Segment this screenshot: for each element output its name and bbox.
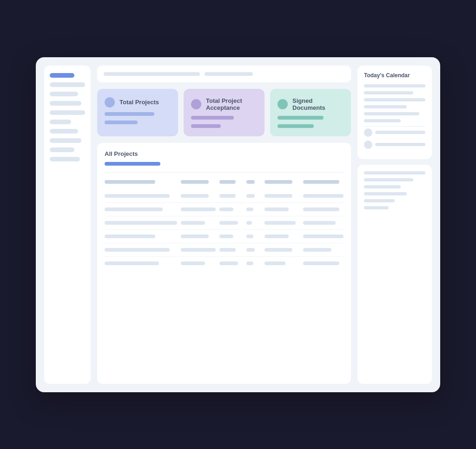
stat-card-icon-signed-documents [278,99,288,109]
sidebar-item-6[interactable] [50,129,78,134]
lower-bar [364,185,401,188]
calendar-row [364,98,425,101]
stat-card-total-acceptance[interactable]: Total Project Acceptance [184,89,264,136]
stat-card-icon-total-projects [105,97,115,107]
sidebar-item-1[interactable] [50,82,85,87]
table-row[interactable] [105,203,344,216]
stat-card-title-total-acceptance: Total Project Acceptance [206,97,257,111]
stat-card-header-total-acceptance: Total Project Acceptance [191,97,257,111]
stat-card-header-total-projects: Total Projects [105,97,171,107]
stat-card-header-signed-documents: Signed Documents [278,97,344,111]
sidebar-item-2[interactable] [50,92,78,96]
sidebar-item-4[interactable] [50,110,85,115]
sidebar [44,66,91,384]
stat-card-signed-documents[interactable]: Signed Documents [270,89,351,136]
table-divider [105,172,344,173]
right-lower-panel [357,165,432,384]
stat-card-bar-3b [278,124,314,128]
stat-card-bar-1b [105,121,138,124]
lower-bar [364,171,425,174]
lower-bar [364,199,395,202]
calendar-divider [364,126,425,127]
stat-card-icon-total-acceptance [191,99,201,109]
table-row[interactable] [105,230,344,243]
sidebar-item-7[interactable] [50,138,81,143]
calendar-row [364,105,425,108]
stat-card-title-signed-documents: Signed Documents [292,97,344,111]
stat-card-total-projects[interactable]: Total Projects [97,89,178,136]
sidebar-item-active[interactable] [50,73,74,78]
stat-card-bar-3a [278,116,324,120]
lower-bar [364,192,407,195]
lower-bar [364,206,389,209]
calendar-title: Today's Calendar [364,72,425,79]
table-row[interactable] [105,257,344,270]
topbar-bar-2 [205,72,253,76]
sidebar-item-9[interactable] [50,157,80,161]
calendar-section: Today's Calendar [357,66,432,159]
stat-card-bar-2b [191,124,221,128]
stat-cards-row: Total Projects Total Project Acceptance … [97,89,351,136]
topbar-bar-1 [104,72,200,76]
lower-bar [364,178,413,181]
main-content: Total Projects Total Project Acceptance … [97,66,351,384]
stat-card-bar-1a [105,112,154,116]
calendar-dot-row [364,128,425,137]
calendar-row [364,119,425,122]
table-row[interactable] [105,243,344,257]
table-row[interactable] [105,189,344,203]
stat-card-title-total-projects: Total Projects [119,99,159,106]
calendar-row [364,112,425,115]
table-row[interactable] [105,216,344,230]
table-title: All Projects [105,150,344,157]
sidebar-item-3[interactable] [50,101,81,106]
topbar [97,66,351,82]
sidebar-item-8[interactable] [50,147,74,152]
stat-card-bar-2a [191,116,234,120]
calendar-dot-row [364,141,425,149]
calendar-row [364,84,425,87]
right-panel: Today's Calendar [357,66,432,384]
app-window: Total Projects Total Project Acceptance … [36,57,440,392]
table-search-bar[interactable] [105,162,160,166]
calendar-row [364,91,425,94]
table-header-row [105,177,344,187]
table-section: All Projects [97,143,351,384]
sidebar-item-5[interactable] [50,120,71,124]
